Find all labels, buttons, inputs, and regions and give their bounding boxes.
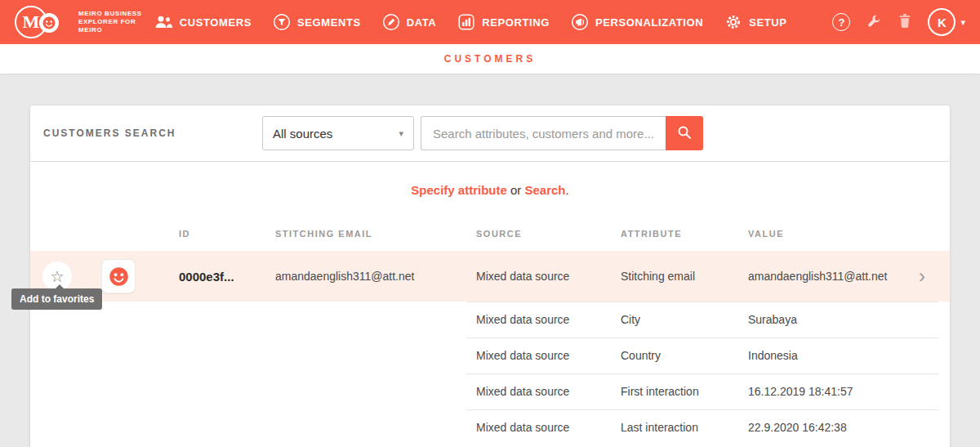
customer-avatar <box>101 259 136 293</box>
customer-stitching-email: amandaenglish311@att.net <box>265 270 466 283</box>
row-value: 22.9.2020 16:42:38 <box>738 421 912 434</box>
megaphone-icon <box>571 13 589 31</box>
nav-personalization[interactable]: PERSONALIZATION <box>571 13 703 31</box>
row-source: Mixed data source <box>466 349 611 362</box>
nav-label: REPORTING <box>482 16 550 29</box>
nav-label: CUSTOMERS <box>180 16 252 29</box>
smiley-icon <box>108 266 130 288</box>
main-nav: CUSTOMERS SEGMENTS DATA <box>154 13 787 31</box>
help-button[interactable]: ? <box>832 13 850 31</box>
row-attribute: Stitching email <box>611 270 738 283</box>
source-select[interactable]: All sources ▾ <box>262 116 414 150</box>
funnel-icon <box>273 13 291 31</box>
meiro-logo[interactable]: M <box>15 3 78 41</box>
user-menu[interactable]: K ▾ <box>928 8 965 36</box>
table-header-row: ID STITCHING EMAIL SOURCE ATTRIBUTE VALU… <box>30 225 950 243</box>
col-header-id: ID <box>169 229 265 239</box>
attribute-row: Mixed data source Country Indonesia <box>30 337 950 373</box>
search-panel-header: CUSTOMERS SEARCH All sources ▾ <box>30 105 950 162</box>
row-value: Surabaya <box>738 313 912 326</box>
search-input[interactable] <box>421 116 666 150</box>
row-source: Mixed data source <box>466 385 611 398</box>
chevron-right-icon[interactable]: › <box>912 265 925 287</box>
row-value: 16.12.2019 18:41:57 <box>738 385 912 398</box>
attribute-row: Mixed data source Last interaction 22.9.… <box>30 409 950 445</box>
brand-line: MEIRO BUSINESS <box>78 10 142 18</box>
brand-line: MEIRO <box>78 26 142 34</box>
customer-row[interactable]: ☆ 0000e3f... amandaenglish311@att.net Mi… <box>30 251 950 302</box>
customers-search-card: CUSTOMERS SEARCH All sources ▾ Specify a… <box>29 105 951 447</box>
chevron-down-icon: ▾ <box>399 128 403 139</box>
nav-reporting[interactable]: REPORTING <box>457 13 550 31</box>
row-attribute: City <box>611 313 738 326</box>
attribute-row: Mixed data source First interaction 16.1… <box>30 373 950 409</box>
row-attribute: Last interaction <box>611 421 738 434</box>
panel-title: CUSTOMERS SEARCH <box>43 127 262 139</box>
col-header-value: VALUE <box>738 229 912 239</box>
gear-icon <box>724 13 742 31</box>
attribute-row: Mixed data source City Surabaya <box>30 302 950 337</box>
search-group <box>421 116 703 150</box>
col-header-source: SOURCE <box>466 229 611 239</box>
brand-line: EXPLORER FOR <box>78 18 142 26</box>
page-title: CUSTOMERS <box>444 53 536 65</box>
hint-specify-link[interactable]: Specify attribute <box>411 183 507 197</box>
search-icon <box>677 125 692 142</box>
tooltip-add-to-favorites: Add to favorites <box>11 288 102 310</box>
search-hint: Specify attribute or Search. <box>30 183 950 197</box>
users-icon <box>154 16 173 29</box>
brand-text: MEIRO BUSINESS EXPLORER FOR MEIRO <box>78 10 142 34</box>
topbar: M MEIRO BUSINESS EXPLORER FOR MEIRO <box>0 0 980 44</box>
chevron-down-icon: ▾ <box>960 17 965 28</box>
row-value: Indonesia <box>738 349 912 362</box>
trash-button[interactable] <box>898 13 911 32</box>
logo-letter: M <box>23 11 40 33</box>
col-header-stitching-email: STITCHING EMAIL <box>265 229 466 239</box>
trash-icon <box>898 13 911 32</box>
col-header-attribute: ATTRIBUTE <box>611 229 738 239</box>
pencil-circle-icon <box>382 13 400 31</box>
avatar: K <box>928 8 956 36</box>
nav-segments[interactable]: SEGMENTS <box>273 13 361 31</box>
logo-smiley-icon <box>39 13 59 33</box>
bar-chart-icon <box>457 13 475 31</box>
nav-label: SETUP <box>749 16 786 29</box>
wrench-button[interactable] <box>866 13 882 32</box>
source-select-value: All sources <box>273 127 332 141</box>
topbar-actions: ? K ▾ <box>832 8 965 36</box>
row-source: Mixed data source <box>466 421 611 434</box>
row-source: Mixed data source <box>466 313 611 326</box>
avatar-letter: K <box>938 16 947 29</box>
question-icon: ? <box>832 13 850 31</box>
subheader: CUSTOMERS <box>0 44 980 74</box>
row-attribute: First interaction <box>611 385 738 398</box>
nav-customers[interactable]: CUSTOMERS <box>154 16 252 29</box>
star-icon: ☆ <box>50 269 64 284</box>
customer-id: 0000e3f... <box>169 270 265 284</box>
row-attribute: Country <box>611 349 738 362</box>
hint-search-link[interactable]: Search <box>525 183 566 197</box>
hint-or: or <box>507 183 525 197</box>
nav-label: PERSONALIZATION <box>595 16 703 29</box>
wrench-icon <box>866 13 882 32</box>
nav-data[interactable]: DATA <box>382 13 437 31</box>
nav-setup[interactable]: SETUP <box>724 13 786 31</box>
row-value: amandaenglish311@att.net <box>738 270 912 283</box>
row-source: Mixed data source <box>466 270 611 283</box>
nav-label: DATA <box>407 16 437 29</box>
nav-label: SEGMENTS <box>297 16 361 29</box>
search-button[interactable] <box>666 116 703 150</box>
hint-period: . <box>566 183 569 197</box>
